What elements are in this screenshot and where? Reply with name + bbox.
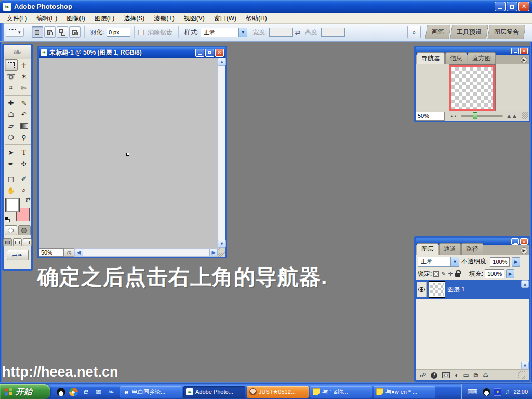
new-layer-icon[interactable]: ⧉: [474, 372, 478, 378]
move-tool[interactable]: ✛: [18, 59, 31, 71]
clone-stamp-tool[interactable]: ☖: [5, 109, 18, 120]
blur-tool[interactable]: ❍: [5, 131, 18, 143]
rectangular-marquee-tool[interactable]: [5, 59, 18, 71]
doc-close-button[interactable]: ✕: [215, 49, 224, 57]
slice-tool[interactable]: ✄: [18, 82, 31, 94]
tab-paths[interactable]: 路径: [461, 243, 483, 255]
palette-minimize-button[interactable]: [511, 238, 519, 245]
clock[interactable]: 22:00: [513, 389, 528, 395]
status-info-button[interactable]: ◷: [64, 248, 74, 257]
new-group-icon[interactable]: ▭: [463, 372, 469, 378]
path-selection-tool[interactable]: ➤: [5, 147, 18, 158]
dodge-tool[interactable]: ⚲: [18, 131, 31, 143]
layer-list-scrollbar[interactable]: ▲ ▼: [521, 280, 529, 369]
swap-dimensions-icon[interactable]: ⇄: [295, 29, 301, 36]
qq-tray-icon[interactable]: [483, 388, 490, 396]
standard-screen-mode-button[interactable]: [3, 238, 12, 246]
palette-close-button[interactable]: ✕: [520, 48, 528, 54]
height-input[interactable]: [321, 28, 345, 37]
media-player-icon[interactable]: ▶: [69, 388, 78, 396]
fullscreen-menubar-mode-button[interactable]: [13, 238, 22, 246]
scroll-up-icon[interactable]: ▲: [218, 58, 226, 66]
magic-wand-tool[interactable]: ✶: [18, 71, 31, 82]
adjustment-layer-icon[interactable]: ◐: [455, 372, 458, 378]
tab-brushes[interactable]: 画笔: [425, 25, 451, 39]
navigator-proxy-view[interactable]: [449, 65, 495, 111]
add-to-selection-button[interactable]: [44, 26, 56, 38]
link-layers-icon[interactable]: ☍: [420, 372, 426, 378]
outlook-express-icon[interactable]: ✉: [94, 388, 103, 396]
scroll-up-icon[interactable]: ▲: [521, 280, 529, 288]
menu-help[interactable]: 帮助(H): [241, 13, 272, 24]
canvas[interactable]: [39, 58, 217, 248]
tab-layers[interactable]: 图层: [417, 243, 438, 255]
close-button[interactable]: ✕: [518, 2, 529, 11]
menu-image[interactable]: 图像(I): [62, 13, 89, 24]
minimize-button[interactable]: [495, 2, 506, 11]
crop-tool[interactable]: ⌗: [5, 82, 18, 94]
menu-view[interactable]: 视图(V): [179, 13, 209, 24]
intersect-selection-button[interactable]: [69, 26, 81, 38]
vertical-scrollbar[interactable]: ▲ ▼: [217, 58, 225, 248]
menu-layer[interactable]: 图层(L): [90, 13, 119, 24]
task-chat-window-2[interactable]: 与●w en＊...: [374, 386, 435, 398]
zoom-tool[interactable]: ⌕: [18, 184, 31, 196]
task-qq-chat-window[interactable]: JUST★0512...: [247, 386, 309, 398]
task-forum-window[interactable]: e 电白同乡论...: [120, 386, 182, 398]
scroll-down-icon[interactable]: ▼: [218, 240, 226, 248]
feather-input[interactable]: [107, 28, 130, 37]
eraser-tool[interactable]: ▱: [5, 120, 18, 131]
width-input[interactable]: [269, 28, 293, 37]
fill-arrow-button[interactable]: ▶: [506, 269, 514, 278]
style-select[interactable]: 正常 ▼: [201, 28, 247, 37]
tab-channels[interactable]: 通道: [439, 243, 461, 255]
history-brush-tool[interactable]: ↶: [18, 109, 31, 120]
palette-resize-grip[interactable]: [522, 112, 528, 119]
tab-histogram[interactable]: 直方图: [468, 52, 496, 64]
menu-filter[interactable]: 滤镜(T): [149, 13, 179, 24]
doc-maximize-button[interactable]: [205, 49, 214, 57]
type-tool[interactable]: T: [18, 147, 31, 158]
gradient-tool[interactable]: [18, 120, 31, 131]
scroll-down-icon[interactable]: ▼: [521, 362, 529, 369]
volume-icon[interactable]: ♫: [504, 388, 509, 395]
palette-menu-icon[interactable]: ▶: [521, 247, 527, 254]
scroll-left-icon[interactable]: ◀: [75, 249, 83, 256]
task-chat-window-1[interactable]: 与｀&祢...: [310, 386, 372, 398]
brush-tool[interactable]: ✎: [18, 97, 31, 109]
internet-explorer-icon[interactable]: e: [82, 388, 90, 396]
pen-tool[interactable]: ✒: [5, 158, 18, 169]
feather-app-icon[interactable]: ❧: [107, 388, 115, 396]
add-layer-mask-icon[interactable]: [442, 372, 450, 378]
tool-preset-picker[interactable]: ▾: [6, 28, 24, 37]
qq-icon[interactable]: [57, 388, 65, 396]
eyedropper-tool[interactable]: ✐: [18, 173, 31, 184]
task-photoshop-window[interactable]: ❧ Adobe Photo...: [183, 386, 245, 398]
new-selection-button[interactable]: [32, 26, 43, 38]
zoom-out-icon[interactable]: ▲▲: [450, 114, 457, 118]
tab-tool-presets[interactable]: 工具预设: [450, 25, 488, 39]
fullscreen-mode-button[interactable]: [23, 238, 32, 246]
menu-file[interactable]: 文件(F): [2, 13, 32, 24]
doc-resize-grip[interactable]: [218, 248, 225, 257]
menu-select[interactable]: 选择(S): [119, 13, 149, 24]
opacity-arrow-button[interactable]: ▶: [512, 257, 520, 267]
input-method-keyboard-icon[interactable]: ⌨: [467, 388, 477, 396]
navigator-zoom-slider[interactable]: [461, 115, 503, 117]
menu-edit[interactable]: 编辑(E): [32, 13, 62, 24]
qq-game-tray-icon[interactable]: ✦: [494, 388, 501, 396]
default-colors-icon[interactable]: [5, 217, 10, 222]
custom-shape-tool[interactable]: ✣: [18, 158, 31, 169]
layer-style-icon[interactable]: f: [431, 372, 437, 379]
standard-mode-button[interactable]: [5, 225, 17, 235]
quick-mask-mode-button[interactable]: [18, 225, 31, 235]
zoom-slider-thumb[interactable]: [473, 112, 477, 119]
tab-info[interactable]: 信息: [445, 52, 467, 64]
scroll-right-icon[interactable]: ▶: [209, 249, 218, 256]
antialias-checkbox[interactable]: [138, 30, 144, 35]
palette-resize-grip[interactable]: [518, 371, 525, 379]
palette-minimize-button[interactable]: [511, 48, 519, 54]
delete-layer-icon[interactable]: ♺: [483, 372, 488, 378]
patch-tool[interactable]: ✚: [5, 97, 18, 109]
zoom-in-icon[interactable]: ▲▲: [506, 113, 517, 119]
